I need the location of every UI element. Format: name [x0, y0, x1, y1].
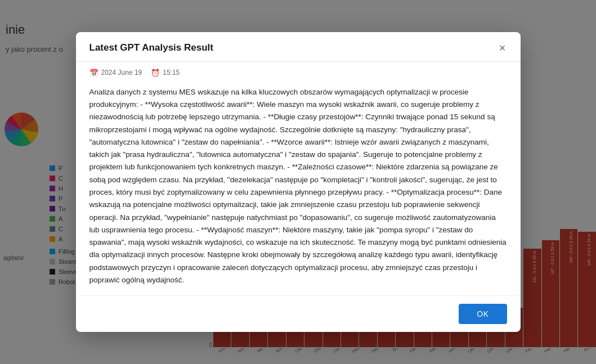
date-meta: 📅 2024 June 19	[89, 69, 142, 77]
time-meta: ⏰ 15:15	[151, 69, 180, 77]
clock-icon: ⏰	[151, 69, 160, 77]
modal-header: Latest GPT Analysis Result ×	[76, 32, 521, 62]
modal-title: Latest GPT Analysis Result	[89, 42, 213, 53]
calendar-icon: 📅	[89, 69, 98, 77]
modal-close-button[interactable]: ×	[498, 42, 507, 53]
modal-overlay: Latest GPT Analysis Result × 📅 2024 June…	[0, 0, 596, 364]
modal-meta: 📅 2024 June 19 ⏰ 15:15	[76, 62, 521, 82]
modal-content: Analiza danych z systemu MES wskazuje na…	[89, 86, 507, 286]
modal-footer: OK	[76, 295, 521, 332]
date-label: 2024 June 19	[101, 69, 142, 77]
modal-body: Analiza danych z systemu MES wskazuje na…	[76, 82, 521, 295]
ok-button[interactable]: OK	[459, 304, 507, 324]
time-label: 15:15	[163, 69, 180, 77]
modal-dialog: Latest GPT Analysis Result × 📅 2024 June…	[76, 32, 521, 332]
